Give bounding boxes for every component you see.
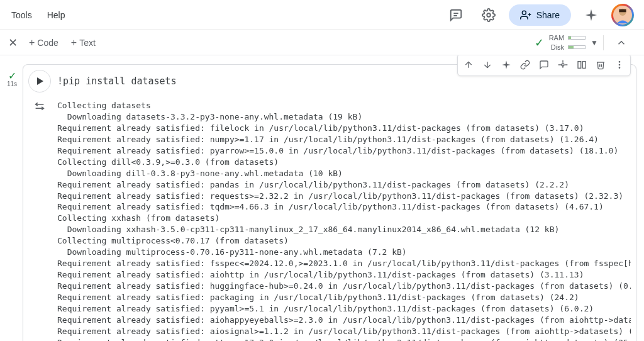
app-header: Tools Help Share [0,0,644,30]
share-button[interactable]: Share [509,4,571,26]
svg-point-9 [619,61,621,63]
notebook-area: ✓ 11s !pip install datasets Collecting d [0,55,644,341]
mirror-icon [577,60,587,70]
svg-point-10 [619,64,621,66]
svg-point-3 [522,11,526,14]
play-icon [37,77,43,85]
divider [603,35,604,50]
menu-bar: Tools Help [5,6,71,24]
mirror-cell-button[interactable] [572,55,591,74]
menu-help[interactable]: Help [41,6,72,24]
ram-bar [568,36,586,40]
svg-point-2 [487,13,491,17]
disk-bar [568,45,586,49]
cell-toolbar [457,55,631,76]
ram-label: RAM [549,33,564,42]
svg-rect-7 [578,62,581,69]
close-panel-button[interactable]: ✕ [5,36,23,50]
resource-indicator[interactable]: RAM Disk [549,33,586,52]
cell-settings-button[interactable] [553,55,572,74]
add-code-label: Code [37,38,58,48]
cell-output-row: Collecting datasets Downloading datasets… [23,100,636,341]
link-icon [520,60,530,70]
gear-icon [482,8,496,22]
link-cell-button[interactable] [516,55,535,74]
add-text-label: Text [79,38,96,48]
account-avatar[interactable] [611,4,634,26]
more-cell-button[interactable] [610,55,629,74]
svg-rect-8 [582,62,586,69]
delete-cell-button[interactable] [591,55,610,74]
add-code-button[interactable]: + Code [23,35,65,50]
arrow-up-icon [464,60,474,70]
move-down-button[interactable] [478,55,497,74]
comment-icon [539,60,549,70]
add-text-button[interactable]: + Text [65,35,102,50]
gear-icon [558,60,568,70]
gemini-button[interactable] [579,3,604,28]
output-toggle-button[interactable] [28,100,51,111]
share-label: Share [536,10,560,20]
run-cell-button[interactable] [28,70,51,92]
chevron-up-icon [616,37,627,48]
code-editor[interactable]: !pip install datasets [57,75,177,87]
people-icon [520,9,531,21]
settings-button[interactable] [476,3,501,28]
header-actions: Share [443,3,634,28]
comments-button[interactable] [443,3,469,28]
comment-cell-button[interactable] [535,55,553,74]
arrow-down-icon [482,60,492,70]
move-up-button[interactable] [459,55,478,74]
trash-icon [596,60,606,70]
disk-label: Disk [551,43,564,52]
code-cell[interactable]: ✓ 11s !pip install datasets Collecting d [23,64,636,341]
cell-status: ✓ 11s [4,70,19,87]
more-vert-icon [614,60,625,70]
plus-icon: + [29,38,35,48]
svg-point-11 [619,67,621,69]
comment-icon [449,8,463,22]
toolbar-right: ✓ RAM Disk ▼ [535,30,639,55]
plus-icon: + [71,38,77,48]
notebook-toolbar: ✕ + Code + Text ✓ RAM Disk ▼ [0,30,644,55]
check-icon: ✓ [8,70,16,81]
cell-output: Collecting datasets Downloading datasets… [57,100,631,341]
runtime-dropdown[interactable]: ▼ [591,38,598,47]
menu-tools[interactable]: Tools [5,6,38,24]
sparkle-icon [584,8,598,22]
gemini-cell-button[interactable] [497,55,516,74]
sparkle-icon [501,60,511,70]
avatar-image [613,6,632,25]
connected-check-icon: ✓ [535,36,544,50]
output-toggle-icon [33,101,46,111]
execution-time: 11s [4,81,19,87]
collapse-button[interactable] [609,30,634,55]
